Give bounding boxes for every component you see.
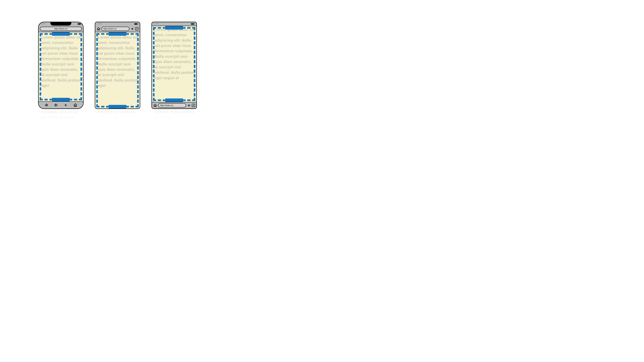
url-bar[interactable]: https://bram.us/ xyxy=(158,103,186,107)
browser-toolbar-top: https://bram.us/ + 5 xyxy=(95,26,140,32)
status-time: 11:45 xyxy=(41,23,45,25)
tab-count-value: 5 xyxy=(136,28,137,30)
page-body-text: Lorem ipsum dolor sit amet, consectetur … xyxy=(98,35,138,88)
page-body-text: Lorem ipsum dolor sit amet, consectetur … xyxy=(154,27,195,81)
tab-count-badge[interactable]: 5 xyxy=(135,27,138,30)
back-icon[interactable] xyxy=(44,103,48,107)
tab-count-value: 5 xyxy=(193,105,194,106)
page-viewport: Lorem ipsum dolor sit amet, consectetur … xyxy=(152,26,196,102)
battery-icon xyxy=(134,23,138,25)
status-bar: 11:45 xyxy=(95,22,140,26)
safe-area-marker-bottom xyxy=(52,98,70,101)
safe-area-marker-top xyxy=(52,32,70,36)
page-body-text: Lorem ipsum dolor sit amet, consectetur … xyxy=(41,35,82,88)
status-time: 11:45 xyxy=(154,23,158,25)
browser-toolbar-top: https://bram.us/ xyxy=(39,26,83,32)
safe-area-marker-top xyxy=(109,32,126,36)
tab-count-badge[interactable]: 5 xyxy=(192,104,195,107)
page-viewport: Lorem ipsum dolor sit amet, consectetur … xyxy=(95,32,140,108)
battery-icon xyxy=(191,23,194,25)
forward-icon[interactable] xyxy=(54,103,58,107)
reflection-text: suscipit nisl eleifend. Nulla pretium eg… xyxy=(95,109,140,120)
url-text: https://bram.us/ xyxy=(103,28,117,30)
home-icon[interactable] xyxy=(153,103,157,107)
home-icon[interactable] xyxy=(96,27,100,31)
url-text: https://bram.us/ xyxy=(160,104,173,106)
new-tab-icon[interactable]: + xyxy=(187,103,191,107)
new-tab-icon[interactable]: + xyxy=(130,27,134,31)
device-frame-flat-top: 11:45 https://bram.us/ + 5 Lorem ipsum d… xyxy=(95,22,140,109)
reflection-text: venenatis, at suscipit nisl eleifend. Nu… xyxy=(38,109,84,125)
device-frame-flat-bottom: 11:45 Lorem ipsum dolor sit amet, consec… xyxy=(152,22,197,109)
browser-toolbar-bottom: + xyxy=(39,101,83,108)
safe-area-marker-bottom xyxy=(165,98,183,102)
reflection-text: eleifend. Nulla pretium eget augue at xyxy=(152,109,197,120)
status-bar: 11:45 xyxy=(152,22,196,26)
home-icon[interactable] xyxy=(74,103,77,107)
battery-icon xyxy=(78,23,81,25)
diagram-stage: 11:45 https://bram.us/ Lorem ipsum dolor… xyxy=(0,0,235,132)
device-frame-notched: 11:45 https://bram.us/ Lorem ipsum dolor… xyxy=(38,22,84,109)
page-viewport: Lorem ipsum dolor sit amet, consectetur … xyxy=(39,32,83,101)
safe-area-marker-bottom xyxy=(109,105,126,108)
status-time: 11:45 xyxy=(98,23,102,25)
url-text: https://bram.us/ xyxy=(54,28,68,30)
new-tab-icon[interactable]: + xyxy=(64,103,68,107)
url-bar[interactable]: https://bram.us/ xyxy=(40,27,82,31)
url-bar[interactable]: https://bram.us/ xyxy=(102,27,130,31)
device-notch xyxy=(50,22,71,25)
browser-toolbar-bottom: https://bram.us/ + 5 xyxy=(152,102,196,108)
safe-area-marker-top xyxy=(165,26,183,29)
